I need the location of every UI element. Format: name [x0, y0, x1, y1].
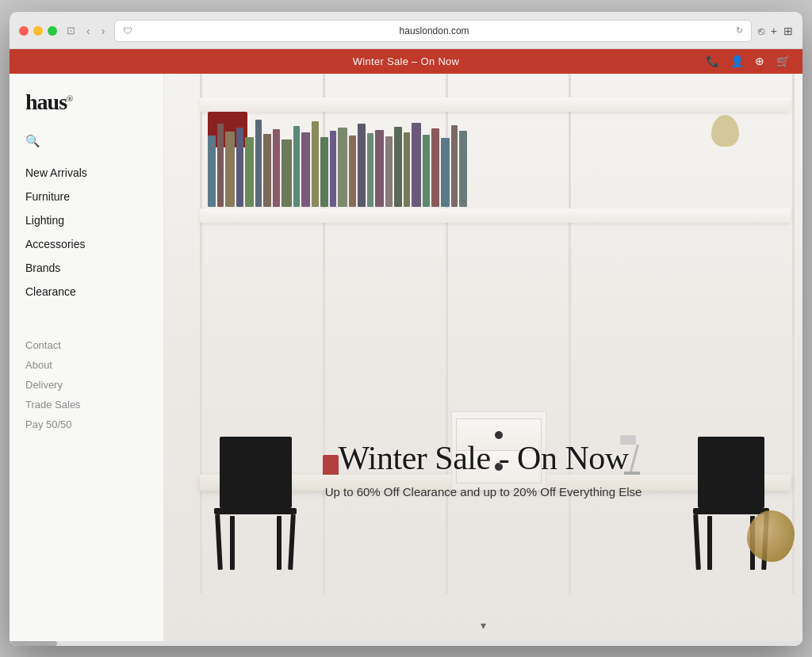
- drawer-knob-top: [495, 431, 503, 439]
- book-item: [312, 121, 319, 207]
- hero-title: Winter Sale - On Now: [196, 439, 771, 477]
- main-nav: New Arrivals Furniture Lighting Accessor…: [10, 161, 163, 304]
- shelf-rail-5: [792, 74, 795, 594]
- search-area: 🔍: [10, 128, 163, 161]
- traffic-lights: [19, 26, 57, 36]
- book-item: [441, 138, 450, 207]
- sidebar-item-new-arrivals[interactable]: New Arrivals: [25, 161, 147, 185]
- sidebar: haus® 🔍 New Arrivals Furniture Lighting …: [10, 74, 164, 641]
- sidebar-item-contact[interactable]: Contact: [25, 335, 147, 355]
- share-button[interactable]: ⎋: [758, 25, 764, 37]
- back-button[interactable]: ‹: [83, 23, 94, 39]
- book-item: [375, 130, 384, 207]
- refresh-icon: ↻: [736, 25, 743, 36]
- sidebar-item-pay-5050[interactable]: Pay 50/50: [25, 414, 147, 434]
- sidebar-item-brands[interactable]: Brands: [25, 256, 147, 280]
- book-item: [236, 128, 243, 207]
- phone-icon[interactable]: 📞: [706, 55, 719, 67]
- book-item: [423, 135, 430, 207]
- book-item: [255, 120, 262, 207]
- announcement-text: Winter Sale – On Now: [353, 55, 460, 67]
- hero-subtitle: Up to 60% Off Clearance and up to 20% Of…: [196, 485, 771, 498]
- cart-icon[interactable]: 🛒: [776, 55, 790, 67]
- book-item: [394, 127, 402, 207]
- wicker-ball: [747, 510, 795, 562]
- chair-right-leg-fl: [694, 514, 702, 569]
- shelf-board-mid: [200, 208, 791, 223]
- site-logo[interactable]: haus®: [10, 74, 163, 128]
- address-bar[interactable]: 🛡 hauslondon.com ↻: [114, 20, 751, 42]
- scrollbar[interactable]: [10, 641, 802, 646]
- sidebar-item-lighting[interactable]: Lighting: [25, 208, 147, 232]
- browser-chrome: ⊡ ‹ › 🛡 hauslondon.com ↻ ⎋ + ⊞: [10, 12, 802, 49]
- book-item: [263, 134, 271, 207]
- book-item: [349, 136, 356, 207]
- url-text: hauslondon.com: [137, 25, 730, 36]
- browser-nav: ⊡ ‹ ›: [67, 23, 108, 39]
- book-item: [412, 123, 421, 207]
- scrollbar-thumb[interactable]: [10, 641, 57, 646]
- security-icon: 🛡: [123, 25, 132, 36]
- book-item: [358, 124, 366, 207]
- sidebar-item-trade-sales[interactable]: Trade Sales: [25, 395, 147, 414]
- book-item: [273, 129, 280, 207]
- browser-actions: ⎋ + ⊞: [758, 25, 793, 37]
- window-icon: ⊡: [67, 25, 75, 36]
- hero-text-overlay: Winter Sale - On Now Up to 60% Off Clear…: [164, 439, 802, 498]
- close-button[interactable]: [19, 26, 29, 36]
- sidebar-item-furniture[interactable]: Furniture: [25, 185, 147, 208]
- chair-left-leg-bl: [230, 516, 235, 570]
- chair-left-seat: [214, 508, 297, 514]
- book-item: [282, 139, 292, 207]
- book-item: [320, 137, 328, 207]
- browser-window: ⊡ ‹ › 🛡 hauslondon.com ↻ ⎋ + ⊞ Winter Sa…: [10, 12, 802, 646]
- book-item: [225, 132, 235, 207]
- books-display: [208, 112, 787, 207]
- scroll-indicator[interactable]: ▾: [481, 619, 486, 632]
- header-icons: 📞 👤 ⊕ 🛒: [706, 55, 790, 67]
- chair-right-seat: [693, 508, 769, 514]
- announcement-bar: Winter Sale – On Now 📞 👤 ⊕ 🛒: [10, 49, 802, 74]
- book-item: [301, 132, 310, 207]
- book-item: [293, 126, 300, 207]
- website: Winter Sale – On Now 📞 👤 ⊕ 🛒 haus® 🔍 New…: [10, 49, 802, 646]
- book-item: [459, 131, 467, 207]
- circle-user-icon[interactable]: ⊕: [755, 55, 764, 67]
- shelf-rail-1: [200, 74, 202, 594]
- secondary-nav: Contact About Delivery Trade Sales Pay 5…: [10, 316, 163, 434]
- forward-button[interactable]: ›: [98, 23, 109, 39]
- fullscreen-button[interactable]: [48, 26, 57, 36]
- book-item: [217, 124, 224, 207]
- shelf-board-top: [200, 97, 791, 112]
- book-item: [330, 131, 336, 207]
- sidebar-item-delivery[interactable]: Delivery: [25, 375, 147, 395]
- book-item: [431, 128, 439, 207]
- tabs-grid-button[interactable]: ⊞: [783, 25, 793, 37]
- chair-right-leg-bl: [707, 516, 712, 570]
- book-item: [245, 137, 254, 207]
- book-item: [338, 128, 347, 207]
- book-item: [208, 136, 216, 207]
- book-item: [451, 125, 458, 207]
- shelf-system: [164, 74, 802, 594]
- book-item: [404, 132, 410, 207]
- chair-left-leg-br: [277, 516, 282, 570]
- sidebar-item-accessories[interactable]: Accessories: [25, 232, 147, 256]
- sidebar-item-clearance[interactable]: Clearance: [25, 280, 147, 304]
- main-layout: haus® 🔍 New Arrivals Furniture Lighting …: [10, 74, 802, 641]
- minimize-button[interactable]: [33, 26, 43, 36]
- book-item: [367, 133, 373, 207]
- hero-image: Winter Sale - On Now Up to 60% Off Clear…: [164, 74, 802, 641]
- sidebar-item-about[interactable]: About: [25, 355, 147, 375]
- chair-left-leg-fr: [289, 514, 297, 569]
- new-tab-button[interactable]: +: [771, 25, 777, 37]
- chair-left-leg-fl: [215, 514, 223, 569]
- search-button[interactable]: 🔍: [25, 134, 40, 148]
- account-icon[interactable]: 👤: [730, 55, 744, 67]
- book-item: [385, 136, 393, 207]
- hero-section: Winter Sale - On Now Up to 60% Off Clear…: [164, 74, 802, 641]
